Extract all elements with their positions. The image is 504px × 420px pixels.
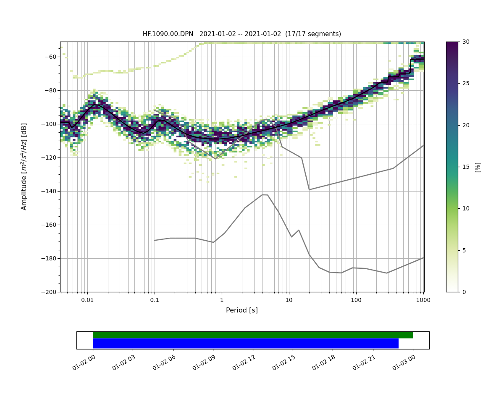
x-tick-label-1: 1 bbox=[220, 296, 224, 304]
y-tick-label--120: −120 bbox=[37, 154, 56, 161]
colorbar-tick-label-5: 5 bbox=[462, 247, 466, 254]
colorbar-tick-label-25: 25 bbox=[462, 79, 470, 87]
colorbar-tick-label-20: 20 bbox=[462, 121, 470, 129]
x-tick-label-1000: 1000 bbox=[416, 296, 430, 304]
x-tick-label-100: 100 bbox=[351, 296, 362, 304]
y-tick-label--140: −140 bbox=[37, 187, 56, 195]
colorbar-tick-label-15: 15 bbox=[462, 163, 470, 171]
y-tick-label--80: −80 bbox=[37, 87, 56, 94]
y-axis-label: Amplitude [m2/s4/Hz] [dB] bbox=[19, 123, 28, 210]
y-tick-label--60: −60 bbox=[37, 53, 56, 60]
x-tick-label-0.1: 0.1 bbox=[150, 296, 159, 304]
x-axis-label: Period [s] bbox=[226, 306, 258, 314]
colorbar-tick-label-10: 10 bbox=[462, 205, 470, 212]
y-tick-label--180: −180 bbox=[37, 255, 56, 262]
y-tick-label--160: −160 bbox=[37, 221, 56, 228]
colorbar-tick-label-30: 30 bbox=[462, 38, 470, 45]
y-tick-label--200: −200 bbox=[37, 288, 56, 296]
y-tick-label--100: −100 bbox=[37, 120, 56, 128]
x-tick-label-0.01: 0.01 bbox=[81, 296, 94, 304]
x-tick-label-10: 10 bbox=[286, 296, 293, 304]
colorbar-tick-label-0: 0 bbox=[462, 288, 466, 296]
colorbar-label: [%] bbox=[474, 163, 481, 173]
ppsd-figure: HF.1090.00.DPN 2021-01-02 -- 2021-01-02 … bbox=[0, 0, 504, 420]
plot-title: HF.1090.00.DPN 2021-01-02 -- 2021-01-02 … bbox=[143, 30, 341, 38]
